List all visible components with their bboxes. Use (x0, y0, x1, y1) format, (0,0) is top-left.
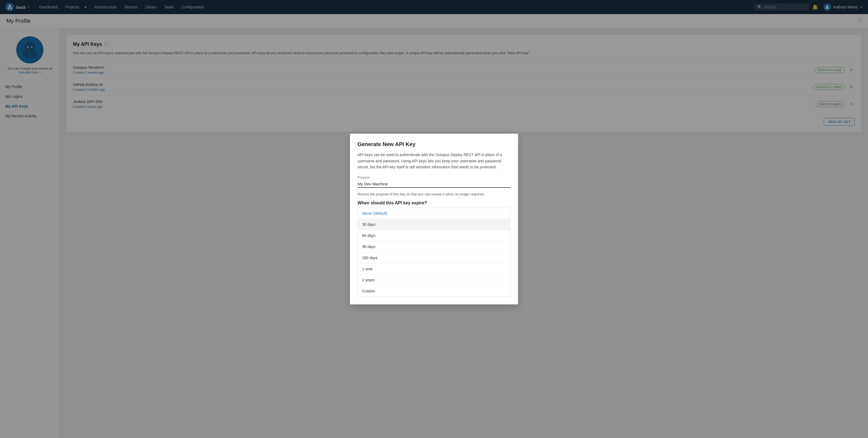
modal-overlay[interactable]: Generate New API Key API keys can be use… (0, 0, 868, 438)
expire-option-30-days[interactable]: 30 days (358, 219, 510, 230)
modal-description: API keys can be used to authenticate wit… (358, 152, 510, 170)
expire-question: When should this API key expire? (358, 200, 510, 206)
purpose-label: Purpose (358, 176, 510, 180)
purpose-form-group: Purpose (358, 176, 510, 188)
expire-option-60-days[interactable]: 60 days (358, 230, 510, 241)
expire-option-180-days[interactable]: 180 days (358, 252, 510, 263)
form-hint: Record the purpose of this key so that y… (358, 192, 510, 196)
expire-option-90-days[interactable]: 90 days (358, 241, 510, 252)
expire-option-1-year[interactable]: 1 year (358, 263, 510, 275)
expire-option-custom[interactable]: Custom (358, 286, 510, 296)
purpose-input[interactable] (358, 181, 510, 188)
expire-option-2-years[interactable]: 2 years (358, 275, 510, 286)
expire-dropdown: Never (default) 30 days 60 days 90 days … (358, 208, 510, 297)
modal-title: Generate New API Key (358, 141, 510, 148)
expire-option-never[interactable]: Never (default) (358, 208, 510, 219)
generate-api-key-modal: Generate New API Key API keys can be use… (350, 134, 518, 304)
